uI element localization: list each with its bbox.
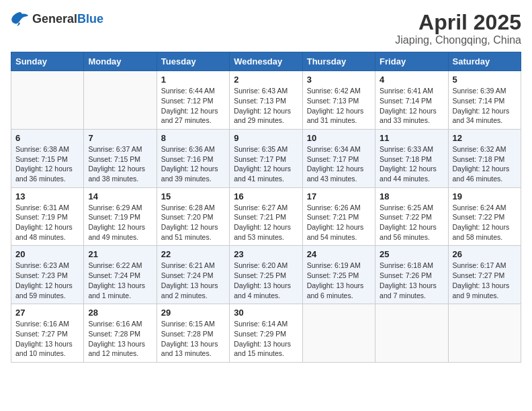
day-of-week-header: Wednesday [230,52,302,71]
location-title: Jiaping, Chongqing, China [395,34,521,46]
calendar-day-cell: 22Sunrise: 6:21 AM Sunset: 7:24 PM Dayli… [157,246,229,304]
calendar-day-cell: 23Sunrise: 6:20 AM Sunset: 7:25 PM Dayli… [230,246,302,304]
logo: GeneralBlue [11,11,103,27]
day-number: 6 [15,133,79,143]
day-of-week-header: Friday [375,52,448,71]
day-of-week-header: Saturday [448,52,521,71]
logo-text: GeneralBlue [32,13,103,26]
day-number: 28 [88,308,152,318]
calendar-week-row: 6Sunrise: 6:38 AM Sunset: 7:15 PM Daylig… [11,129,521,187]
logo-general: General [32,12,77,26]
day-number: 15 [161,191,225,201]
day-number: 8 [161,133,225,143]
header: GeneralBlue April 2025 Jiaping, Chongqin… [11,11,521,46]
calendar-week-row: 13Sunrise: 6:31 AM Sunset: 7:19 PM Dayli… [11,187,521,246]
day-number: 24 [307,249,371,259]
day-number: 14 [88,191,152,201]
day-number: 16 [234,191,298,201]
calendar-day-cell: 20Sunrise: 6:23 AM Sunset: 7:23 PM Dayli… [11,246,84,304]
calendar-day-cell: 1Sunrise: 6:44 AM Sunset: 7:12 PM Daylig… [157,71,229,130]
calendar-day-cell: 8Sunrise: 6:36 AM Sunset: 7:16 PM Daylig… [157,129,229,187]
title-area: April 2025 Jiaping, Chongqing, China [395,11,521,46]
day-number: 29 [161,308,225,318]
calendar-day-cell: 18Sunrise: 6:25 AM Sunset: 7:22 PM Dayli… [375,187,448,246]
day-number: 11 [380,133,443,143]
calendar-week-row: 1Sunrise: 6:44 AM Sunset: 7:12 PM Daylig… [11,71,521,130]
calendar-day-cell: 11Sunrise: 6:33 AM Sunset: 7:18 PM Dayli… [375,129,448,187]
calendar-day-cell: 25Sunrise: 6:18 AM Sunset: 7:26 PM Dayli… [375,246,448,304]
calendar-day-cell: 17Sunrise: 6:26 AM Sunset: 7:21 PM Dayli… [302,187,375,246]
day-info: Sunrise: 6:29 AM Sunset: 7:19 PM Dayligh… [88,203,152,242]
calendar-day-cell: 26Sunrise: 6:17 AM Sunset: 7:27 PM Dayli… [448,246,521,304]
day-number: 13 [15,191,79,201]
logo-bird-icon [11,11,30,27]
calendar-day-cell [448,304,521,363]
calendar-day-cell: 19Sunrise: 6:24 AM Sunset: 7:22 PM Dayli… [448,187,521,246]
calendar-day-cell: 30Sunrise: 6:14 AM Sunset: 7:29 PM Dayli… [230,304,302,363]
day-info: Sunrise: 6:35 AM Sunset: 7:17 PM Dayligh… [234,144,298,184]
calendar-day-cell: 24Sunrise: 6:19 AM Sunset: 7:25 PM Dayli… [302,246,375,304]
day-info: Sunrise: 6:37 AM Sunset: 7:15 PM Dayligh… [88,144,152,184]
day-info: Sunrise: 6:42 AM Sunset: 7:13 PM Dayligh… [307,86,371,126]
day-number: 1 [161,75,225,85]
calendar-day-cell: 28Sunrise: 6:16 AM Sunset: 7:28 PM Dayli… [84,304,157,363]
day-info: Sunrise: 6:16 AM Sunset: 7:27 PM Dayligh… [15,319,79,359]
day-info: Sunrise: 6:44 AM Sunset: 7:12 PM Dayligh… [161,86,225,126]
day-info: Sunrise: 6:41 AM Sunset: 7:14 PM Dayligh… [380,86,443,126]
logo-blue: Blue [77,12,103,26]
calendar-day-cell: 16Sunrise: 6:27 AM Sunset: 7:21 PM Dayli… [230,187,302,246]
day-number: 19 [453,191,517,201]
day-info: Sunrise: 6:14 AM Sunset: 7:29 PM Dayligh… [234,319,298,359]
day-number: 10 [307,133,371,143]
day-info: Sunrise: 6:25 AM Sunset: 7:22 PM Dayligh… [380,203,443,242]
calendar-day-cell: 9Sunrise: 6:35 AM Sunset: 7:17 PM Daylig… [230,129,302,187]
calendar-day-cell [375,304,448,363]
calendar-day-cell: 12Sunrise: 6:32 AM Sunset: 7:18 PM Dayli… [448,129,521,187]
day-info: Sunrise: 6:33 AM Sunset: 7:18 PM Dayligh… [380,144,443,184]
day-info: Sunrise: 6:23 AM Sunset: 7:23 PM Dayligh… [15,261,79,300]
day-number: 5 [453,75,517,85]
day-info: Sunrise: 6:32 AM Sunset: 7:18 PM Dayligh… [453,144,517,184]
calendar-day-cell: 10Sunrise: 6:34 AM Sunset: 7:17 PM Dayli… [302,129,375,187]
day-info: Sunrise: 6:15 AM Sunset: 7:28 PM Dayligh… [161,319,225,359]
day-info: Sunrise: 6:38 AM Sunset: 7:15 PM Dayligh… [15,144,79,184]
day-info: Sunrise: 6:19 AM Sunset: 7:25 PM Dayligh… [307,261,371,300]
calendar: SundayMondayTuesdayWednesdayThursdayFrid… [11,52,521,363]
day-info: Sunrise: 6:43 AM Sunset: 7:13 PM Dayligh… [234,86,298,126]
day-number: 30 [234,308,298,318]
calendar-day-cell: 5Sunrise: 6:39 AM Sunset: 7:14 PM Daylig… [448,71,521,130]
day-number: 17 [307,191,371,201]
day-info: Sunrise: 6:24 AM Sunset: 7:22 PM Dayligh… [453,203,517,242]
calendar-day-cell: 3Sunrise: 6:42 AM Sunset: 7:13 PM Daylig… [302,71,375,130]
day-info: Sunrise: 6:36 AM Sunset: 7:16 PM Dayligh… [161,144,225,184]
calendar-day-cell: 14Sunrise: 6:29 AM Sunset: 7:19 PM Dayli… [84,187,157,246]
calendar-day-cell: 6Sunrise: 6:38 AM Sunset: 7:15 PM Daylig… [11,129,84,187]
calendar-day-cell: 15Sunrise: 6:28 AM Sunset: 7:20 PM Dayli… [157,187,229,246]
calendar-week-row: 27Sunrise: 6:16 AM Sunset: 7:27 PM Dayli… [11,304,521,363]
day-info: Sunrise: 6:17 AM Sunset: 7:27 PM Dayligh… [453,261,517,300]
day-info: Sunrise: 6:31 AM Sunset: 7:19 PM Dayligh… [15,203,79,242]
calendar-day-cell: 21Sunrise: 6:22 AM Sunset: 7:24 PM Dayli… [84,246,157,304]
calendar-header-row: SundayMondayTuesdayWednesdayThursdayFrid… [11,52,521,71]
day-number: 25 [380,249,443,259]
day-number: 3 [307,75,371,85]
day-info: Sunrise: 6:34 AM Sunset: 7:17 PM Dayligh… [307,144,371,184]
calendar-day-cell: 13Sunrise: 6:31 AM Sunset: 7:19 PM Dayli… [11,187,84,246]
calendar-day-cell: 4Sunrise: 6:41 AM Sunset: 7:14 PM Daylig… [375,71,448,130]
day-of-week-header: Thursday [302,52,375,71]
day-number: 18 [380,191,443,201]
calendar-day-cell: 29Sunrise: 6:15 AM Sunset: 7:28 PM Dayli… [157,304,229,363]
calendar-day-cell: 27Sunrise: 6:16 AM Sunset: 7:27 PM Dayli… [11,304,84,363]
day-info: Sunrise: 6:16 AM Sunset: 7:28 PM Dayligh… [88,319,152,359]
calendar-day-cell [302,304,375,363]
calendar-day-cell: 2Sunrise: 6:43 AM Sunset: 7:13 PM Daylig… [230,71,302,130]
day-info: Sunrise: 6:39 AM Sunset: 7:14 PM Dayligh… [453,86,517,126]
day-of-week-header: Monday [84,52,157,71]
day-number: 23 [234,249,298,259]
day-number: 26 [453,249,517,259]
day-info: Sunrise: 6:18 AM Sunset: 7:26 PM Dayligh… [380,261,443,300]
calendar-day-cell: 7Sunrise: 6:37 AM Sunset: 7:15 PM Daylig… [84,129,157,187]
day-info: Sunrise: 6:26 AM Sunset: 7:21 PM Dayligh… [307,203,371,242]
day-info: Sunrise: 6:20 AM Sunset: 7:25 PM Dayligh… [234,261,298,300]
day-number: 4 [380,75,443,85]
